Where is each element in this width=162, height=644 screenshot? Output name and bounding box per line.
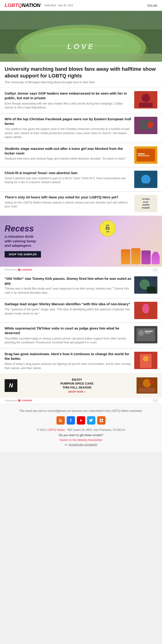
article-title: 90% of the top Christian Facebook pages … — [5, 117, 131, 126]
svg-point-39 — [143, 356, 148, 362]
ad-badge-get: get — [106, 224, 109, 226]
livintent-logo-2: L LiveIntent — [18, 399, 32, 402]
visit-site-link[interactable]: Visit site — [147, 4, 157, 7]
ad-cta[interactable]: SHOP NOW » — [21, 390, 133, 393]
footer-unsub-question: Do you want to get fewer emails? — [5, 433, 157, 437]
article-title: Students stage massive walk-out after a … — [5, 146, 131, 156]
article-title: Garbage lead singer Shirley Manson ident… — [5, 302, 131, 306]
feed-icon — [99, 418, 103, 422]
social-icon-twitter[interactable] — [87, 416, 95, 424]
article-summary: Even though associating with her was tre… — [5, 102, 131, 110]
article-title: White supremacist TikToker sobs in court… — [5, 326, 131, 336]
main-article[interactable]: University marching band blows fans away… — [0, 62, 162, 88]
ad-tagline-2: with calming hemp — [5, 239, 41, 244]
hero-image: LOVE — [0, 11, 162, 62]
article-row[interactable]: Chick-fil-A inspired Texas' new abortion… — [0, 168, 162, 192]
social-icon-feed[interactable] — [97, 416, 105, 424]
article-row[interactable]: Garbage lead singer Shirley Manson ident… — [0, 298, 162, 322]
article-text: 90% of the top Christian Facebook pages … — [5, 117, 131, 140]
ad-brand: Recess — [5, 224, 41, 233]
logo-nation: NATION — [22, 2, 41, 8]
ad-can-3 — [141, 250, 151, 264]
thumb-svg — [134, 352, 157, 369]
rss-icon — [58, 418, 63, 423]
article-text: "Old Yeller" star Tommy Kirk passes. Dis… — [5, 276, 131, 295]
ad-can-2 — [131, 248, 140, 264]
article-text: Students stage massive walk-out after a … — [5, 146, 131, 161]
article-text: Drag has gone mainstream. Here's how it … — [5, 352, 131, 370]
svg-point-30 — [142, 304, 149, 314]
unsubscribe-link[interactable]: unsubscribe completely — [69, 443, 97, 446]
ad-thumb-svg — [136, 378, 157, 394]
livintent-icon: L — [18, 268, 21, 271]
svg-rect-8 — [0, 54, 162, 62]
svg-rect-20 — [138, 155, 149, 156]
article-thumbnail — [134, 146, 157, 164]
article-row[interactable]: "Old Yeller" star Tommy Kirk passes. Dis… — [0, 273, 162, 298]
article-row[interactable]: Students stage massive walk-out after a … — [0, 143, 162, 167]
logo-area: LGBTQNATION Daily Brief · Sep 30, 2021 — [5, 2, 73, 8]
ad-can-1 — [121, 249, 130, 264]
ad-badge-amount: $5 — [105, 226, 110, 230]
lgbtq-nation-link[interactable]: LGBTQ Nation — [47, 428, 65, 432]
social-icons: f — [5, 416, 157, 424]
thumb-svg — [134, 326, 157, 344]
svg-rect-48 — [100, 419, 101, 420]
svg-rect-23 — [141, 183, 150, 187]
articles-group-2: "Old Yeller" star Tommy Kirk passes. Dis… — [0, 273, 162, 374]
ad-logo-letter: N — [9, 382, 13, 389]
powered-by-2: Powered by L LiveIntent Ad — [0, 397, 162, 404]
ad-line1: ENJOY — [72, 378, 82, 381]
svg-text:L: L — [19, 269, 20, 271]
social-icon-rss[interactable] — [57, 416, 65, 424]
svg-rect-28 — [147, 287, 156, 293]
livintent-name-2: LiveIntent — [21, 399, 32, 402]
article-summary: "Disney was a family film studio and I w… — [5, 287, 131, 295]
article-summary: "Our platform has given the largest voic… — [5, 127, 131, 140]
powered-text-1: Powered by L LiveIntent — [5, 268, 32, 271]
svg-point-22 — [141, 175, 150, 184]
article-thumbnail — [134, 326, 157, 344]
header: LGBTQNATION Daily Brief · Sep 30, 2021 V… — [0, 0, 162, 11]
footer-disclaimer: This email was sent to xxxxxx@gmail.com … — [5, 409, 157, 412]
article-row[interactable]: White supremacist TikToker sobs in court… — [0, 323, 162, 348]
article-summary: Texas's abortion ban was modeled in part… — [5, 176, 131, 184]
article-thumbnail — [134, 352, 157, 369]
logo-lgbtq: LGBTQ — [5, 2, 22, 8]
footer-switch-link[interactable]: Switch to the Weekly Newsletter — [5, 438, 157, 442]
article-thumbnail: VOTINGIS MYSUPERPOWER — [134, 195, 157, 212]
article-text: Chick-fil-A inspired Texas' new abortion… — [5, 171, 131, 184]
svg-point-34 — [138, 330, 144, 336]
article-summary: Paul Miller sounded happy in during a pr… — [5, 337, 131, 345]
svg-rect-13 — [139, 103, 153, 107]
ad-banner-2[interactable]: N ENJOY PUMPKIN SPICE CAKE THIS FALL SEA… — [0, 374, 162, 397]
article-title: Chick-fil-A inspired Texas' new abortion… — [5, 171, 131, 175]
ad-logo-box: N — [5, 379, 17, 392]
article-row[interactable]: 90% of the top Christian Facebook pages … — [0, 114, 162, 143]
svg-rect-50 — [100, 420, 101, 422]
ad-banner-1[interactable]: Recess a relaxation drink with calming h… — [0, 216, 162, 266]
email-wrapper: LGBTQNATION Daily Brief · Sep 30, 2021 V… — [0, 0, 162, 452]
article-row[interactable]: Drag has gone mainstream. Here's how it … — [0, 348, 162, 374]
social-icon-youtube[interactable] — [77, 416, 85, 424]
ad-label-2: Ad — [153, 399, 157, 402]
ad-text-2: ENJOY PUMPKIN SPICE CAKE THIS FALL SEASO… — [21, 378, 133, 393]
powered-by-1: Powered by L LiveIntent Ad — [0, 266, 162, 273]
ad-shop-button[interactable]: SHOP THE SAMPLER — [5, 251, 41, 258]
powered-text-2: Powered by L LiveIntent — [5, 399, 32, 402]
ad-badge: get $5 off — [99, 220, 116, 236]
article-row[interactable]: There's only 24 hours left! Have you vot… — [0, 192, 162, 216]
svg-point-46 — [59, 421, 60, 422]
footer: This email was sent to xxxxxx@gmail.com … — [0, 404, 162, 452]
social-icon-facebook[interactable]: f — [67, 416, 75, 424]
hero-stadium: LOVE — [0, 11, 162, 62]
ad-tagline-3: and adaptogens — [5, 243, 41, 248]
main-article-title: University marching band blows fans away… — [5, 66, 157, 79]
article-thumbnail — [134, 91, 157, 108]
article-row[interactable]: Caitlyn Jenner says GOP leaders were emb… — [0, 88, 162, 113]
powered-label: Powered by — [5, 268, 17, 271]
article-text: Caitlyn Jenner says GOP leaders were emb… — [5, 91, 131, 110]
hero-svg: LOVE — [0, 11, 162, 62]
articles-group-1: Caitlyn Jenner says GOP leaders were emb… — [0, 88, 162, 216]
thumb-svg — [134, 171, 157, 188]
